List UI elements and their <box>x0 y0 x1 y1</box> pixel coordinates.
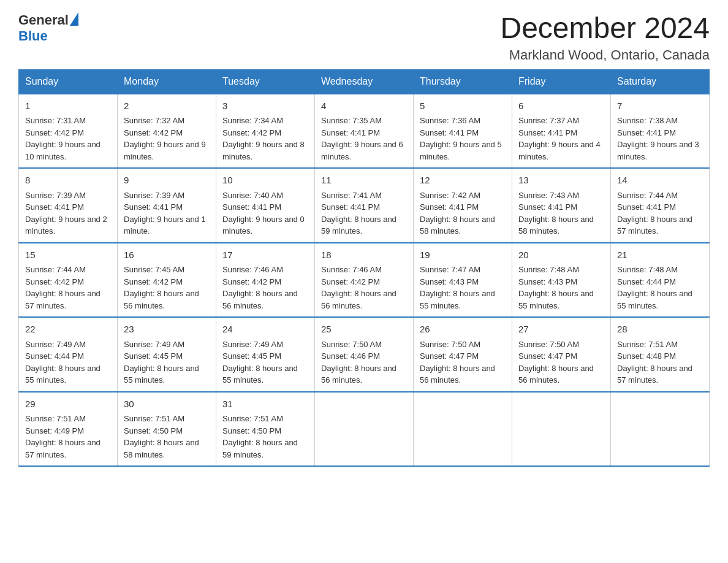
day-number: 3 <box>222 99 308 113</box>
sunrise-label: Sunrise: 7:34 AM <box>222 116 283 125</box>
day-number: 23 <box>124 323 210 337</box>
calendar-cell: 19 Sunrise: 7:47 AM Sunset: 4:43 PM Dayl… <box>414 243 512 318</box>
sunrise-label: Sunrise: 7:51 AM <box>222 414 283 423</box>
daylight-label: Daylight: 8 hours and 55 minutes. <box>420 289 495 310</box>
week-row-2: 8 Sunrise: 7:39 AM Sunset: 4:41 PM Dayli… <box>19 168 710 243</box>
calendar-cell: 7 Sunrise: 7:38 AM Sunset: 4:41 PM Dayli… <box>611 94 710 169</box>
daylight-label: Daylight: 8 hours and 58 minutes. <box>420 215 495 236</box>
day-number: 2 <box>124 99 210 113</box>
daylight-label: Daylight: 9 hours and 6 minutes. <box>321 140 403 161</box>
calendar-cell: 24 Sunrise: 7:49 AM Sunset: 4:45 PM Dayl… <box>216 317 315 392</box>
calendar-cell: 6 Sunrise: 7:37 AM Sunset: 4:41 PM Dayli… <box>512 94 611 169</box>
calendar-cell: 25 Sunrise: 7:50 AM Sunset: 4:46 PM Dayl… <box>315 317 414 392</box>
day-number: 28 <box>617 323 703 337</box>
sunset-label: Sunset: 4:41 PM <box>222 202 281 212</box>
sunset-label: Sunset: 4:43 PM <box>420 277 479 286</box>
daylight-label: Daylight: 8 hours and 57 minutes. <box>617 215 692 236</box>
sunset-label: Sunset: 4:41 PM <box>420 128 479 137</box>
daylight-label: Daylight: 9 hours and 0 minutes. <box>222 215 305 236</box>
logo-general: General <box>18 12 69 28</box>
daylight-label: Daylight: 9 hours and 8 minutes. <box>222 140 305 161</box>
sunrise-label: Sunrise: 7:42 AM <box>420 191 480 200</box>
sunset-label: Sunset: 4:41 PM <box>420 202 479 212</box>
sunset-label: Sunset: 4:42 PM <box>124 277 183 286</box>
sunrise-label: Sunrise: 7:47 AM <box>420 265 480 274</box>
sunset-label: Sunset: 4:41 PM <box>518 128 577 137</box>
sunset-label: Sunset: 4:45 PM <box>124 351 183 361</box>
sunrise-label: Sunrise: 7:48 AM <box>518 265 579 274</box>
daylight-label: Daylight: 8 hours and 58 minutes. <box>518 215 594 236</box>
day-number: 26 <box>420 323 506 337</box>
sunrise-label: Sunrise: 7:44 AM <box>25 265 86 274</box>
sunrise-label: Sunrise: 7:44 AM <box>617 191 678 200</box>
sunset-label: Sunset: 4:47 PM <box>518 351 577 361</box>
daylight-label: Daylight: 9 hours and 3 minutes. <box>617 140 699 161</box>
sunset-label: Sunset: 4:44 PM <box>25 351 84 361</box>
week-row-4: 22 Sunrise: 7:49 AM Sunset: 4:44 PM Dayl… <box>19 317 710 392</box>
daylight-label: Daylight: 9 hours and 4 minutes. <box>518 140 601 161</box>
sunset-label: Sunset: 4:47 PM <box>420 351 479 361</box>
week-row-1: 1 Sunrise: 7:31 AM Sunset: 4:42 PM Dayli… <box>19 94 710 169</box>
sunset-label: Sunset: 4:41 PM <box>321 128 380 137</box>
daylight-label: Daylight: 8 hours and 57 minutes. <box>25 438 100 459</box>
calendar-cell: 23 Sunrise: 7:49 AM Sunset: 4:45 PM Dayl… <box>118 317 216 392</box>
calendar-cell: 16 Sunrise: 7:45 AM Sunset: 4:42 PM Dayl… <box>118 243 216 318</box>
sunrise-label: Sunrise: 7:50 AM <box>420 340 480 349</box>
sunset-label: Sunset: 4:45 PM <box>222 351 281 361</box>
day-number: 18 <box>321 248 407 262</box>
daylight-label: Daylight: 9 hours and 2 minutes. <box>25 215 107 236</box>
daylight-label: Daylight: 8 hours and 55 minutes. <box>25 364 100 385</box>
week-row-3: 15 Sunrise: 7:44 AM Sunset: 4:42 PM Dayl… <box>19 243 710 318</box>
sunrise-label: Sunrise: 7:36 AM <box>420 116 480 125</box>
calendar-cell: 15 Sunrise: 7:44 AM Sunset: 4:42 PM Dayl… <box>19 243 118 318</box>
calendar-cell: 30 Sunrise: 7:51 AM Sunset: 4:50 PM Dayl… <box>118 392 216 467</box>
day-number: 16 <box>124 248 210 262</box>
day-number: 9 <box>124 174 210 188</box>
sunrise-label: Sunrise: 7:49 AM <box>222 340 283 349</box>
sunrise-label: Sunrise: 7:43 AM <box>518 191 579 200</box>
sunrise-label: Sunrise: 7:46 AM <box>321 265 382 274</box>
location-subtitle: Markland Wood, Ontario, Canada <box>500 47 710 63</box>
day-number: 21 <box>617 248 703 262</box>
sunrise-label: Sunrise: 7:48 AM <box>617 265 678 274</box>
calendar-cell <box>414 392 512 467</box>
daylight-label: Daylight: 8 hours and 56 minutes. <box>321 289 396 310</box>
sunrise-label: Sunrise: 7:39 AM <box>124 191 184 200</box>
header-friday: Friday <box>512 69 611 94</box>
sunrise-label: Sunrise: 7:32 AM <box>124 116 184 125</box>
sunrise-label: Sunrise: 7:46 AM <box>222 265 283 274</box>
sunrise-label: Sunrise: 7:31 AM <box>25 116 86 125</box>
daylight-label: Daylight: 8 hours and 57 minutes. <box>25 289 100 310</box>
sunrise-label: Sunrise: 7:50 AM <box>321 340 382 349</box>
header-wednesday: Wednesday <box>315 69 414 94</box>
sunset-label: Sunset: 4:50 PM <box>124 426 183 435</box>
sunrise-label: Sunrise: 7:51 AM <box>25 414 86 423</box>
sunset-label: Sunset: 4:41 PM <box>617 202 676 212</box>
daylight-label: Daylight: 8 hours and 56 minutes. <box>222 289 298 310</box>
logo-triangle-icon <box>70 12 78 26</box>
daylight-label: Daylight: 8 hours and 55 minutes. <box>222 364 298 385</box>
daylight-label: Daylight: 9 hours and 5 minutes. <box>420 140 502 161</box>
sunset-label: Sunset: 4:42 PM <box>25 277 84 286</box>
day-number: 20 <box>518 248 604 262</box>
sunset-label: Sunset: 4:42 PM <box>25 128 84 137</box>
calendar-cell: 8 Sunrise: 7:39 AM Sunset: 4:41 PM Dayli… <box>19 168 118 243</box>
calendar-cell: 1 Sunrise: 7:31 AM Sunset: 4:42 PM Dayli… <box>19 94 118 169</box>
header-tuesday: Tuesday <box>216 69 315 94</box>
sunrise-label: Sunrise: 7:49 AM <box>124 340 184 349</box>
calendar-cell: 26 Sunrise: 7:50 AM Sunset: 4:47 PM Dayl… <box>414 317 512 392</box>
daylight-label: Daylight: 8 hours and 59 minutes. <box>321 215 396 236</box>
day-number: 24 <box>222 323 308 337</box>
page-header: General Blue December 2024 Markland Wood… <box>18 12 710 63</box>
day-number: 22 <box>25 323 111 337</box>
calendar-cell: 13 Sunrise: 7:43 AM Sunset: 4:41 PM Dayl… <box>512 168 611 243</box>
sunset-label: Sunset: 4:41 PM <box>25 202 84 212</box>
sunrise-label: Sunrise: 7:40 AM <box>222 191 283 200</box>
header-monday: Monday <box>118 69 216 94</box>
calendar-cell: 3 Sunrise: 7:34 AM Sunset: 4:42 PM Dayli… <box>216 94 315 169</box>
day-number: 1 <box>25 99 111 113</box>
calendar-cell: 5 Sunrise: 7:36 AM Sunset: 4:41 PM Dayli… <box>414 94 512 169</box>
sunset-label: Sunset: 4:41 PM <box>617 128 676 137</box>
sunset-label: Sunset: 4:48 PM <box>617 351 676 361</box>
day-number: 12 <box>420 174 506 188</box>
